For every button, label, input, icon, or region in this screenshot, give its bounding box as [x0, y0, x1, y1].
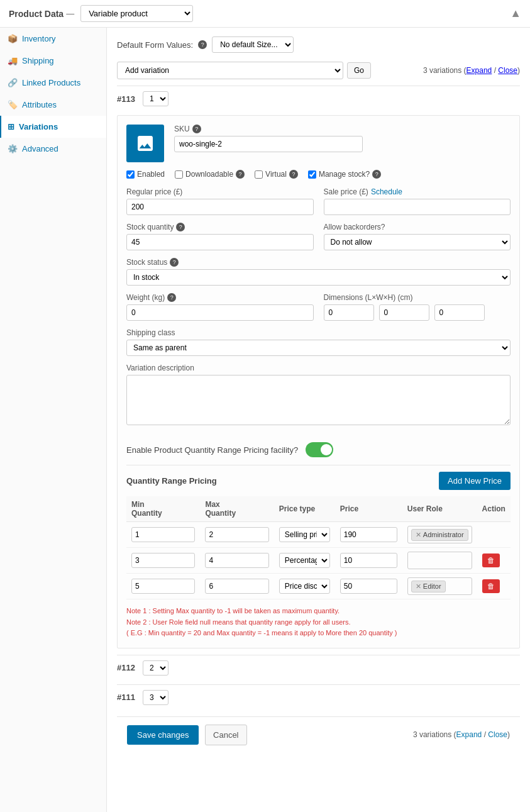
variation-number-select-112[interactable]: 2 1	[143, 660, 168, 676]
variation-number-select-111[interactable]: 3 1 2	[143, 690, 168, 705]
dim-w-input[interactable]	[379, 304, 429, 321]
sku-help-icon[interactable]: ?	[192, 125, 201, 133]
stock-status-label: Stock status	[126, 258, 167, 267]
manage-stock-label: Manage stock?	[319, 170, 370, 179]
dim-l-input[interactable]	[324, 304, 374, 321]
tag-x-editor[interactable]: ✕	[416, 582, 421, 591]
footer-close-link[interactable]: Close	[488, 730, 507, 739]
variations-icon: ⊞	[8, 122, 14, 131]
virtual-checkbox[interactable]	[255, 170, 263, 179]
col-min-qty: MinQuantity	[126, 496, 200, 522]
virtual-checkbox-label[interactable]: Virtual ?	[255, 170, 298, 179]
min-qty-input-1[interactable]	[131, 527, 195, 542]
delete-button-3[interactable]: 🗑	[482, 579, 500, 593]
add-variation-select[interactable]: Add variation	[117, 62, 343, 79]
footer-expand-link[interactable]: Expand	[456, 730, 482, 739]
sidebar-item-attributes[interactable]: 🏷️ Attributes	[0, 94, 106, 116]
user-role-tag-3: ✕ Editor	[407, 577, 472, 595]
close-link[interactable]: Close	[498, 66, 517, 75]
sidebar-item-linked-products[interactable]: 🔗 Linked Products	[0, 72, 106, 94]
max-qty-input-3[interactable]	[205, 579, 268, 594]
pricing-notes: Note 1 : Setting Max quantity to -1 will…	[126, 606, 511, 639]
variation-header-113[interactable]: #113 1 2	[117, 86, 520, 111]
cancel-button[interactable]: Cancel	[205, 725, 246, 745]
schedule-link[interactable]: Schedule	[371, 187, 402, 196]
shipping-class-select[interactable]: Same as parent No shipping class	[126, 340, 511, 356]
downloadable-help-icon[interactable]: ?	[236, 170, 245, 179]
enabled-label: Enabled	[137, 170, 165, 179]
sidebar-item-inventory[interactable]: 📦 Inventory	[0, 28, 106, 50]
stock-status-select[interactable]: In stock Out of stock On backorder	[126, 269, 511, 286]
price-type-select-3[interactable]: Selling price Percentage discount Price …	[279, 579, 330, 594]
qrp-section: Quantity Range Pricing Add New Price Min…	[126, 465, 511, 639]
table-row: Selling price Percentage discount Price …	[126, 522, 511, 548]
sidebar-label-shipping: Shipping	[22, 56, 54, 65]
downloadable-label: Downloadable	[185, 170, 233, 179]
dimensions-label: Dimensions (L×W×H) (cm)	[324, 293, 413, 302]
sku-input[interactable]	[174, 136, 363, 152]
add-new-price-button[interactable]: Add New Price	[439, 472, 511, 490]
max-qty-input-2[interactable]	[205, 553, 268, 568]
variation-image-113[interactable]	[126, 125, 164, 162]
default-form-label: Default Form Values:	[117, 40, 193, 50]
expand-link[interactable]: Expand	[467, 66, 492, 75]
price-type-select-2[interactable]: Selling price Percentage discount Price …	[279, 553, 330, 568]
regular-price-label: Regular price (£)	[126, 187, 182, 196]
stock-status-help-icon[interactable]: ?	[170, 258, 179, 267]
variation-header-112[interactable]: #112 2 1	[117, 655, 520, 681]
weight-help-icon[interactable]: ?	[167, 293, 176, 302]
downloadable-checkbox[interactable]	[175, 170, 183, 179]
weight-input[interactable]	[126, 304, 314, 321]
shipping-class-field: Shipping class Same as parent No shippin…	[126, 328, 511, 356]
shipping-icon: 🚚	[8, 56, 18, 65]
qrp-toggle-row: Enable Product Quantity Range Pricing fa…	[126, 435, 511, 465]
shipping-class-label: Shipping class	[126, 328, 175, 337]
save-changes-button[interactable]: Save changes	[127, 725, 199, 745]
manage-stock-checkbox[interactable]	[308, 170, 316, 179]
weight-dimensions-row: Weight (kg) ? Dimensions (L×W×H) (cm)	[126, 293, 511, 321]
stock-qty-input[interactable]	[126, 234, 314, 250]
delete-button-2[interactable]: 🗑	[482, 553, 500, 567]
sale-price-input[interactable]	[324, 199, 511, 215]
virtual-help-icon[interactable]: ?	[289, 170, 298, 179]
max-qty-input-1[interactable]	[205, 527, 268, 542]
dim-h-input[interactable]	[434, 304, 485, 321]
variation-header-111[interactable]: #111 3 1 2	[117, 684, 520, 710]
regular-price-input[interactable]	[126, 199, 314, 215]
price-input-1[interactable]	[340, 527, 397, 542]
manage-stock-help-icon[interactable]: ?	[372, 170, 381, 179]
stock-qty-help-icon[interactable]: ?	[176, 223, 185, 231]
default-form-select[interactable]: No default Size...	[212, 36, 294, 53]
sidebar-item-shipping[interactable]: 🚚 Shipping	[0, 50, 106, 72]
enabled-checkbox-label[interactable]: Enabled	[126, 170, 165, 179]
qrp-toggle-switch[interactable]	[306, 442, 333, 457]
tag-x-administrator[interactable]: ✕	[416, 531, 421, 539]
pricing-note-3: ( E.G : Min quantity = 20 and Max quanti…	[126, 628, 511, 639]
default-form-help-icon[interactable]: ?	[198, 40, 207, 49]
collapse-icon[interactable]: ▲	[510, 7, 521, 20]
min-qty-input-2[interactable]	[131, 553, 195, 568]
price-input-2[interactable]	[340, 553, 397, 568]
add-variation-row: Add variation Go 3 variations (Expand / …	[117, 62, 520, 79]
backorders-select[interactable]: Do not allow Allow, but notify customer …	[324, 234, 511, 250]
col-price: Price	[335, 496, 402, 522]
variation-number-select-113[interactable]: 1 2	[143, 91, 168, 106]
sidebar-item-variations[interactable]: ⊞ Variations	[0, 116, 106, 138]
user-role-input-2	[407, 552, 472, 569]
qrp-title: Quantity Range Pricing	[126, 476, 217, 486]
price-type-select-1[interactable]: Selling price Percentage discount Price …	[279, 527, 330, 542]
variation-id-113: #113	[117, 94, 135, 104]
min-qty-input-3[interactable]	[131, 579, 195, 594]
variation-desc-input[interactable]	[126, 375, 511, 425]
price-input-3[interactable]	[340, 579, 397, 594]
qrp-toggle-label: Enable Product Quantity Range Pricing fa…	[126, 445, 298, 455]
enabled-checkbox[interactable]	[126, 170, 135, 179]
checkboxes-row: Enabled Downloadable ? Virtual ? Ma	[126, 170, 511, 179]
product-type-select[interactable]: Variable product Simple product Grouped …	[80, 5, 193, 22]
sidebar-item-advanced[interactable]: ⚙️ Advanced	[0, 138, 106, 160]
manage-stock-checkbox-label[interactable]: Manage stock? ?	[308, 170, 381, 179]
sku-label: SKU	[174, 125, 190, 133]
table-row: Selling price Percentage discount Price …	[126, 574, 511, 599]
go-button[interactable]: Go	[347, 62, 371, 79]
downloadable-checkbox-label[interactable]: Downloadable ?	[175, 170, 245, 179]
